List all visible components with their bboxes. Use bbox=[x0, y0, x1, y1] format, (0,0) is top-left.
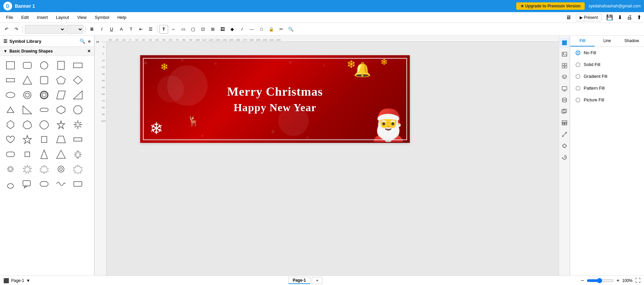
font-color-button[interactable]: A bbox=[117, 25, 126, 34]
pattern-fill-option[interactable]: Pattern Fill bbox=[570, 82, 644, 94]
picture-fill-option[interactable]: Picture Fill bbox=[570, 94, 644, 106]
shape-trapezoid[interactable] bbox=[53, 133, 69, 146]
shape-triangle[interactable] bbox=[20, 73, 35, 87]
shape-tall-rect[interactable] bbox=[53, 59, 69, 72]
paragraph-button[interactable]: ☰ bbox=[146, 25, 155, 34]
resize-panel-icon[interactable] bbox=[559, 129, 570, 139]
menu-file[interactable]: File bbox=[3, 13, 17, 21]
menu-layout[interactable]: Layout bbox=[53, 13, 72, 21]
add-page-button[interactable]: + bbox=[312, 277, 323, 284]
shape-heptagon[interactable] bbox=[20, 118, 35, 131]
cylinder-panel-icon[interactable] bbox=[559, 95, 570, 105]
shape-hexagon2[interactable] bbox=[3, 118, 18, 131]
shape-ring[interactable] bbox=[20, 88, 35, 102]
shape-rounded-banner[interactable] bbox=[36, 177, 52, 191]
tab-fill[interactable]: Fill bbox=[570, 36, 595, 46]
content-button[interactable]: ⊞ bbox=[208, 25, 217, 34]
tools-button[interactable]: ✂ bbox=[277, 25, 285, 34]
crosshair-panel-icon[interactable] bbox=[559, 141, 570, 151]
shape-parallelogram[interactable] bbox=[53, 88, 69, 102]
fill-color-button[interactable]: ◆ bbox=[228, 25, 237, 34]
shape-sun2[interactable] bbox=[20, 162, 35, 176]
shape-star6[interactable] bbox=[53, 118, 69, 131]
lock-button[interactable]: 🔒 bbox=[267, 25, 276, 34]
rectangle-tool[interactable]: ▭ bbox=[179, 25, 188, 34]
shape-decagon[interactable] bbox=[36, 118, 52, 131]
sidebar-search-icon[interactable]: 🔍 bbox=[80, 38, 85, 44]
zoom-minus-button[interactable]: − bbox=[581, 278, 584, 284]
line-style-button[interactable]: --- bbox=[247, 25, 256, 34]
solid-fill-option[interactable]: Solid Fill bbox=[570, 59, 644, 70]
page-canvas[interactable]: ❄ ❄ ❄ ❄ ❄ ❄ ❄ ❄ ❄ ❄ bbox=[140, 55, 410, 143]
page-tab-1[interactable]: Page-1 bbox=[288, 277, 310, 284]
text-box-button[interactable]: T bbox=[159, 25, 168, 34]
shape-right-tri2[interactable] bbox=[53, 148, 69, 161]
fill-panel-icon[interactable] bbox=[559, 38, 570, 48]
shape-hexagon[interactable] bbox=[53, 103, 69, 117]
download-icon[interactable]: ⬇ bbox=[618, 14, 622, 21]
tab-shadow[interactable]: Shadow bbox=[619, 36, 644, 46]
search-button[interactable]: 🔍 bbox=[286, 25, 295, 34]
bold-button[interactable]: B bbox=[88, 25, 96, 34]
shape-tall-triangle[interactable] bbox=[36, 148, 52, 161]
history-panel-icon[interactable] bbox=[559, 152, 570, 162]
italic-button[interactable]: I bbox=[97, 25, 106, 34]
font-size-select[interactable] bbox=[66, 25, 83, 34]
fit-screen-button[interactable]: ⛶ bbox=[635, 278, 641, 284]
no-fill-option[interactable]: No Fill bbox=[570, 47, 644, 59]
panel-toggle[interactable]: ›› bbox=[94, 36, 100, 276]
shape-square[interactable] bbox=[3, 59, 18, 72]
shape-small-circle[interactable] bbox=[3, 177, 18, 191]
shape-star[interactable] bbox=[20, 133, 35, 146]
image-button[interactable]: 🖼 bbox=[218, 25, 227, 34]
shape-circle[interactable] bbox=[36, 59, 52, 72]
image-panel-icon[interactable] bbox=[559, 49, 570, 59]
shape-gear3[interactable] bbox=[70, 162, 86, 176]
font-family-select[interactable] bbox=[25, 25, 65, 34]
menu-symbol[interactable]: Symbol bbox=[91, 13, 113, 21]
menu-help[interactable]: Help bbox=[114, 13, 130, 21]
redo-button[interactable]: ↷ bbox=[12, 25, 21, 34]
shape-diamond[interactable] bbox=[70, 73, 86, 87]
shape-pill[interactable] bbox=[36, 103, 52, 117]
shapes-section-header[interactable]: ▼ Basic Drawing Shapes ✕ bbox=[0, 47, 94, 56]
shape-wave[interactable] bbox=[53, 177, 69, 191]
shape-gear1[interactable] bbox=[36, 162, 52, 176]
grid-panel-icon[interactable] bbox=[559, 61, 570, 71]
shape-small-square[interactable] bbox=[36, 133, 52, 146]
gallery-panel-icon[interactable] bbox=[559, 106, 570, 117]
upgrade-button[interactable]: ★ Upgrade to Premium Version bbox=[516, 2, 585, 10]
page-dropdown-arrow[interactable]: ▼ bbox=[26, 278, 30, 283]
shape-narrow-rect[interactable] bbox=[20, 148, 35, 161]
shape-rounded-rect2[interactable] bbox=[3, 148, 18, 161]
layers-panel-icon[interactable] bbox=[559, 72, 570, 82]
menu-view[interactable]: View bbox=[74, 13, 90, 21]
shape-pentagon[interactable] bbox=[53, 73, 69, 87]
shape-octagon[interactable] bbox=[70, 103, 86, 117]
shape-sun1[interactable] bbox=[3, 162, 18, 176]
save-icon[interactable]: 💾 bbox=[606, 14, 613, 21]
shape-heart[interactable] bbox=[3, 133, 18, 146]
shape-small-triangle[interactable] bbox=[3, 103, 18, 117]
shape-right-triangle[interactable] bbox=[70, 88, 86, 102]
shape-burst2[interactable] bbox=[70, 148, 86, 161]
shape-wide-rect[interactable] bbox=[70, 59, 86, 72]
shape-gear2[interactable] bbox=[53, 162, 69, 176]
shapes-section-close-icon[interactable]: ✕ bbox=[87, 49, 91, 54]
zoom-plus-button[interactable]: + bbox=[616, 278, 619, 284]
table-panel-icon[interactable] bbox=[559, 118, 570, 128]
menu-insert[interactable]: Insert bbox=[33, 13, 51, 21]
text-frame-button[interactable]: ⊡ bbox=[198, 25, 207, 34]
text-style-button[interactable]: T bbox=[127, 25, 135, 34]
underline-button[interactable]: U bbox=[107, 25, 116, 34]
shape-starburst[interactable] bbox=[70, 118, 86, 131]
shape-wide-banner[interactable] bbox=[70, 133, 86, 146]
shape-rounded-square[interactable] bbox=[36, 73, 52, 87]
rounded-rect-tool[interactable]: ▢ bbox=[189, 25, 197, 34]
monitor2-panel-icon[interactable] bbox=[559, 84, 570, 94]
zoom-slider[interactable] bbox=[587, 278, 614, 283]
shape-ellipse[interactable] bbox=[3, 88, 18, 102]
shape-transform-button[interactable]: ⌐ bbox=[169, 25, 178, 34]
share-icon[interactable]: ⬆ bbox=[637, 14, 641, 21]
shape-thin-rect[interactable] bbox=[3, 73, 18, 87]
